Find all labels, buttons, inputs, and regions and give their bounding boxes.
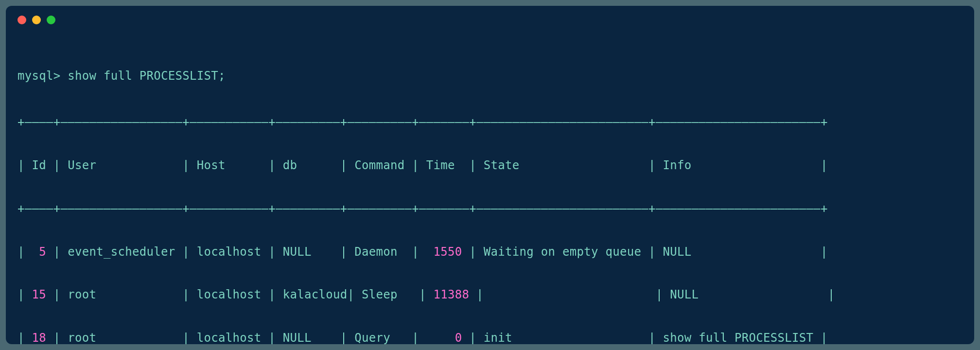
cell-time: 11388: [434, 288, 470, 301]
table-row: | 5 | event_scheduler | localhost | NULL…: [18, 241, 962, 262]
cell-user: root: [68, 288, 96, 301]
cell-info: NULL: [670, 288, 699, 301]
col-time: Time: [426, 158, 455, 172]
cell-user: event_scheduler: [68, 245, 175, 259]
cell-id: 5: [39, 245, 46, 259]
cell-time: 0: [455, 331, 462, 344]
col-id: Id: [32, 158, 47, 172]
cell-state: init: [484, 331, 512, 344]
cell-info: show full PROCESSLIST: [663, 331, 813, 344]
cell-user: root: [68, 331, 96, 344]
cell-command: Daemon: [354, 245, 398, 259]
col-host: Host: [197, 158, 226, 172]
cell-host: localhost: [197, 331, 262, 344]
terminal-window: mysql> show full PROCESSLIST; +————+————…: [6, 6, 974, 344]
cell-id: 18: [32, 331, 47, 344]
terminal-output: mysql> show full PROCESSLIST; +————+————…: [18, 44, 962, 344]
table-border-mid: +————+—————————————————+———————————+————…: [18, 198, 962, 219]
cell-command: Sleep: [362, 288, 398, 301]
col-command: Command: [354, 158, 404, 172]
mysql-prompt: mysql>: [18, 69, 61, 83]
cell-host: localhost: [197, 245, 262, 259]
table-border-top: +————+—————————————————+———————————+————…: [18, 111, 962, 133]
cell-db: NULL: [283, 245, 312, 259]
cell-host: localhost: [197, 288, 262, 301]
cell-state: Waiting on empty queue: [484, 245, 641, 259]
table-row: | 18 | root | localhost | NULL | Query |…: [18, 327, 962, 344]
cell-info: NULL: [663, 245, 691, 259]
table-header-row: | Id | User | Host | db | Command | Time…: [18, 155, 962, 176]
cell-id: 15: [32, 288, 47, 301]
prompt-line: mysql> show full PROCESSLIST;: [18, 65, 962, 87]
cell-command: Query: [354, 331, 390, 344]
window-controls: [18, 16, 962, 24]
table-row: | 15 | root | localhost | kalacloud| Sle…: [18, 284, 962, 305]
sql-command: show full PROCESSLIST;: [68, 69, 225, 83]
cell-db: kalacloud: [283, 288, 348, 301]
maximize-icon[interactable]: [47, 16, 55, 24]
col-user: User: [68, 158, 96, 172]
col-info: Info: [663, 158, 691, 172]
cell-time: 1550: [434, 245, 462, 259]
cell-db: NULL: [283, 331, 312, 344]
col-state: State: [484, 158, 520, 172]
minimize-icon[interactable]: [32, 16, 41, 24]
col-db: db: [283, 158, 298, 172]
close-icon[interactable]: [18, 16, 26, 24]
